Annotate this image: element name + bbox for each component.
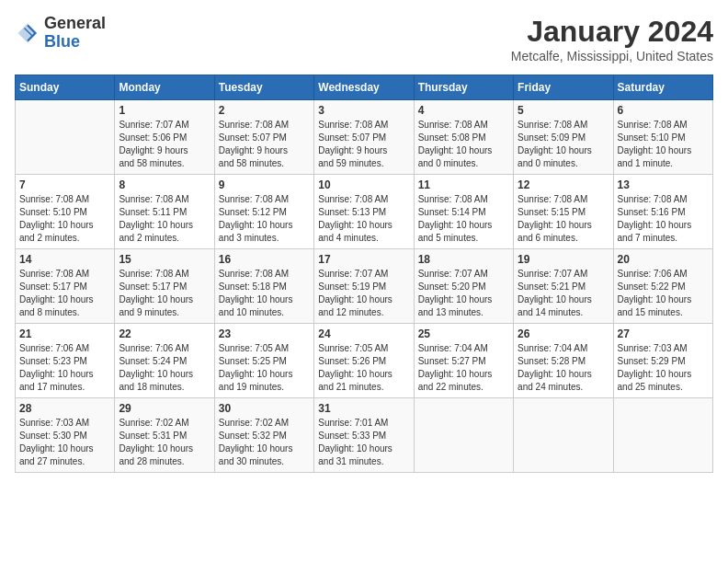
day-number: 25 xyxy=(418,327,509,340)
logo: General Blue xyxy=(15,15,106,52)
calendar-cell: 25Sunrise: 7:04 AM Sunset: 5:27 PM Dayli… xyxy=(414,324,513,398)
weekday-header-tuesday: Tuesday xyxy=(214,75,313,100)
calendar-cell: 13Sunrise: 7:08 AM Sunset: 5:16 PM Dayli… xyxy=(613,175,712,249)
day-number: 21 xyxy=(19,327,110,340)
calendar-cell: 28Sunrise: 7:03 AM Sunset: 5:30 PM Dayli… xyxy=(16,398,115,473)
day-number: 10 xyxy=(318,178,409,191)
calendar-cell: 3Sunrise: 7:08 AM Sunset: 5:07 PM Daylig… xyxy=(314,100,414,175)
day-info: Sunrise: 7:07 AM Sunset: 5:21 PM Dayligh… xyxy=(518,268,609,319)
day-info: Sunrise: 7:04 AM Sunset: 5:27 PM Dayligh… xyxy=(418,342,509,394)
calendar-cell: 22Sunrise: 7:06 AM Sunset: 5:24 PM Dayli… xyxy=(115,324,214,398)
day-number: 31 xyxy=(318,402,409,415)
calendar-cell xyxy=(613,398,712,473)
calendar-cell: 19Sunrise: 7:07 AM Sunset: 5:21 PM Dayli… xyxy=(514,249,613,324)
weekday-header-wednesday: Wednesday xyxy=(314,75,414,100)
day-number: 20 xyxy=(618,253,709,266)
day-info: Sunrise: 7:02 AM Sunset: 5:31 PM Dayligh… xyxy=(119,417,210,468)
day-number: 15 xyxy=(119,253,210,266)
weekday-header-friday: Friday xyxy=(514,75,613,100)
weekday-header-saturday: Saturday xyxy=(613,75,712,100)
day-number: 26 xyxy=(518,327,609,340)
day-info: Sunrise: 7:08 AM Sunset: 5:18 PM Dayligh… xyxy=(219,268,310,319)
day-info: Sunrise: 7:08 AM Sunset: 5:14 PM Dayligh… xyxy=(418,193,509,245)
day-info: Sunrise: 7:08 AM Sunset: 5:15 PM Dayligh… xyxy=(518,193,609,245)
day-info: Sunrise: 7:08 AM Sunset: 5:07 PM Dayligh… xyxy=(318,119,409,170)
calendar-week-0: 1Sunrise: 7:07 AM Sunset: 5:06 PM Daylig… xyxy=(16,100,713,175)
day-info: Sunrise: 7:06 AM Sunset: 5:22 PM Dayligh… xyxy=(618,268,709,319)
calendar-cell: 17Sunrise: 7:07 AM Sunset: 5:19 PM Dayli… xyxy=(314,249,414,324)
day-info: Sunrise: 7:05 AM Sunset: 5:25 PM Dayligh… xyxy=(219,342,310,394)
calendar-cell: 8Sunrise: 7:08 AM Sunset: 5:11 PM Daylig… xyxy=(115,175,214,249)
day-info: Sunrise: 7:06 AM Sunset: 5:24 PM Dayligh… xyxy=(119,342,210,394)
calendar-cell: 21Sunrise: 7:06 AM Sunset: 5:23 PM Dayli… xyxy=(16,324,115,398)
day-number: 5 xyxy=(518,104,609,117)
day-info: Sunrise: 7:08 AM Sunset: 5:10 PM Dayligh… xyxy=(618,119,709,170)
day-info: Sunrise: 7:08 AM Sunset: 5:11 PM Dayligh… xyxy=(119,193,210,245)
calendar-cell: 7Sunrise: 7:08 AM Sunset: 5:10 PM Daylig… xyxy=(16,175,115,249)
day-number: 11 xyxy=(418,178,509,191)
day-info: Sunrise: 7:08 AM Sunset: 5:12 PM Dayligh… xyxy=(219,193,310,245)
day-info: Sunrise: 7:03 AM Sunset: 5:30 PM Dayligh… xyxy=(19,417,110,468)
day-number: 2 xyxy=(219,104,310,117)
calendar-table: SundayMondayTuesdayWednesdayThursdayFrid… xyxy=(15,75,713,473)
day-number: 18 xyxy=(418,253,509,266)
logo-text: General Blue xyxy=(44,15,106,52)
day-number: 28 xyxy=(19,402,110,415)
day-number: 30 xyxy=(219,402,310,415)
calendar-cell: 10Sunrise: 7:08 AM Sunset: 5:13 PM Dayli… xyxy=(314,175,414,249)
weekday-header-row: SundayMondayTuesdayWednesdayThursdayFrid… xyxy=(16,75,713,100)
calendar-cell xyxy=(514,398,613,473)
day-number: 9 xyxy=(219,178,310,191)
day-number: 13 xyxy=(618,178,709,191)
day-info: Sunrise: 7:08 AM Sunset: 5:08 PM Dayligh… xyxy=(418,119,509,170)
day-info: Sunrise: 7:08 AM Sunset: 5:09 PM Dayligh… xyxy=(518,119,609,170)
calendar-week-3: 21Sunrise: 7:06 AM Sunset: 5:23 PM Dayli… xyxy=(16,324,713,398)
calendar-cell: 11Sunrise: 7:08 AM Sunset: 5:14 PM Dayli… xyxy=(414,175,513,249)
calendar-cell: 18Sunrise: 7:07 AM Sunset: 5:20 PM Dayli… xyxy=(414,249,513,324)
day-info: Sunrise: 7:06 AM Sunset: 5:23 PM Dayligh… xyxy=(19,342,110,394)
day-info: Sunrise: 7:08 AM Sunset: 5:07 PM Dayligh… xyxy=(219,119,310,170)
calendar-cell: 4Sunrise: 7:08 AM Sunset: 5:08 PM Daylig… xyxy=(414,100,513,175)
day-info: Sunrise: 7:04 AM Sunset: 5:28 PM Dayligh… xyxy=(518,342,609,394)
day-info: Sunrise: 7:07 AM Sunset: 5:06 PM Dayligh… xyxy=(119,119,210,170)
day-number: 12 xyxy=(518,178,609,191)
calendar-cell: 20Sunrise: 7:06 AM Sunset: 5:22 PM Dayli… xyxy=(613,249,712,324)
calendar-cell: 29Sunrise: 7:02 AM Sunset: 5:31 PM Dayli… xyxy=(115,398,214,473)
day-number: 4 xyxy=(418,104,509,117)
day-number: 17 xyxy=(318,253,409,266)
day-number: 14 xyxy=(19,253,110,266)
page-header: General Blue January 2024 Metcalfe, Miss… xyxy=(15,15,713,63)
day-number: 24 xyxy=(318,327,409,340)
day-info: Sunrise: 7:03 AM Sunset: 5:29 PM Dayligh… xyxy=(618,342,709,394)
day-info: Sunrise: 7:01 AM Sunset: 5:33 PM Dayligh… xyxy=(318,417,409,468)
day-number: 22 xyxy=(119,327,210,340)
title-block: January 2024 Metcalfe, Mississippi, Unit… xyxy=(511,15,713,63)
weekday-header-monday: Monday xyxy=(115,75,214,100)
day-number: 3 xyxy=(318,104,409,117)
calendar-cell: 1Sunrise: 7:07 AM Sunset: 5:06 PM Daylig… xyxy=(115,100,214,175)
calendar-cell: 23Sunrise: 7:05 AM Sunset: 5:25 PM Dayli… xyxy=(214,324,313,398)
calendar-body: 1Sunrise: 7:07 AM Sunset: 5:06 PM Daylig… xyxy=(16,100,713,473)
calendar-cell: 6Sunrise: 7:08 AM Sunset: 5:10 PM Daylig… xyxy=(613,100,712,175)
calendar-cell: 12Sunrise: 7:08 AM Sunset: 5:15 PM Dayli… xyxy=(514,175,613,249)
day-number: 19 xyxy=(518,253,609,266)
calendar-cell: 14Sunrise: 7:08 AM Sunset: 5:17 PM Dayli… xyxy=(16,249,115,324)
day-info: Sunrise: 7:02 AM Sunset: 5:32 PM Dayligh… xyxy=(219,417,310,468)
day-info: Sunrise: 7:08 AM Sunset: 5:16 PM Dayligh… xyxy=(618,193,709,245)
calendar-week-1: 7Sunrise: 7:08 AM Sunset: 5:10 PM Daylig… xyxy=(16,175,713,249)
calendar-cell: 5Sunrise: 7:08 AM Sunset: 5:09 PM Daylig… xyxy=(514,100,613,175)
logo-icon xyxy=(15,20,40,46)
calendar-cell: 31Sunrise: 7:01 AM Sunset: 5:33 PM Dayli… xyxy=(314,398,414,473)
calendar-cell xyxy=(16,100,115,175)
calendar-cell: 15Sunrise: 7:08 AM Sunset: 5:17 PM Dayli… xyxy=(115,249,214,324)
day-number: 1 xyxy=(119,104,210,117)
day-info: Sunrise: 7:07 AM Sunset: 5:20 PM Dayligh… xyxy=(418,268,509,319)
day-number: 29 xyxy=(119,402,210,415)
day-info: Sunrise: 7:07 AM Sunset: 5:19 PM Dayligh… xyxy=(318,268,409,319)
location: Metcalfe, Mississippi, United States xyxy=(511,49,713,63)
calendar-cell: 27Sunrise: 7:03 AM Sunset: 5:29 PM Dayli… xyxy=(613,324,712,398)
day-info: Sunrise: 7:08 AM Sunset: 5:17 PM Dayligh… xyxy=(19,268,110,319)
calendar-cell xyxy=(414,398,513,473)
calendar-cell: 30Sunrise: 7:02 AM Sunset: 5:32 PM Dayli… xyxy=(214,398,313,473)
calendar-cell: 16Sunrise: 7:08 AM Sunset: 5:18 PM Dayli… xyxy=(214,249,313,324)
